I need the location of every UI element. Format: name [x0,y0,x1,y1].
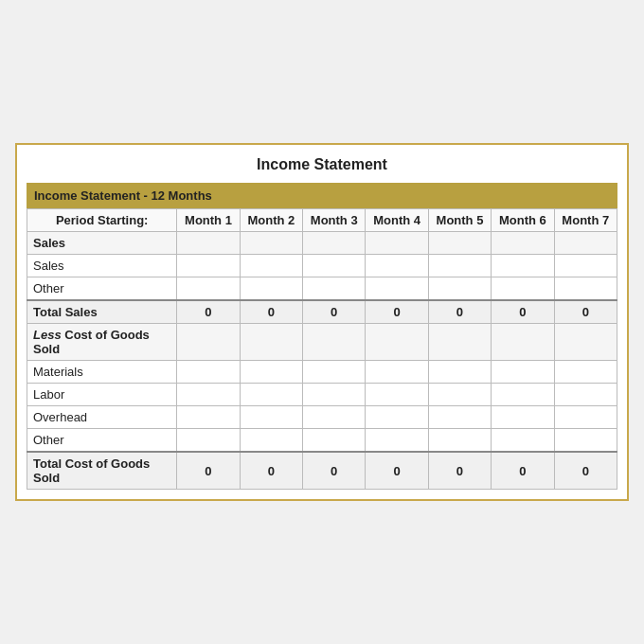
cogs-other-m1[interactable] [177,429,240,453]
overhead-m5[interactable] [428,406,491,429]
cogs-header-m4 [366,324,428,361]
col-header-month7: Month 7 [554,209,617,232]
sales-section-label: Sales [27,232,177,255]
sales-other-m6[interactable] [492,277,554,301]
overhead-label: Overhead [27,406,177,429]
cogs-header-m1 [177,324,240,361]
col-header-month6: Month 6 [492,209,554,232]
labor-m1[interactable] [177,384,240,406]
labor-m3[interactable] [303,384,366,406]
table-row: Other [27,429,617,453]
cogs-other-m5[interactable] [428,429,491,453]
cogs-other-label: Other [27,429,177,453]
materials-m5[interactable] [428,361,491,384]
materials-m4[interactable] [366,361,428,384]
sales-row-m3[interactable] [303,255,366,277]
overhead-m6[interactable] [492,406,554,429]
table-row: Overhead [27,406,617,429]
cogs-other-m3[interactable] [303,429,366,453]
total-sales-m7: 0 [554,300,617,324]
total-cogs-label: Total Cost of Goods Sold [27,452,177,490]
total-sales-m2: 0 [240,300,302,324]
labor-m2[interactable] [240,384,302,406]
labor-label: Labor [27,384,177,406]
cogs-header-m3 [303,324,366,361]
total-sales-row: Total Sales 0 0 0 0 0 0 0 [27,300,617,324]
sales-row-m7[interactable] [554,255,617,277]
sales-header-m3 [303,232,366,255]
sales-row-m1[interactable] [177,255,240,277]
sales-other-m2[interactable] [240,277,302,301]
sales-other-m7[interactable] [554,277,617,301]
col-header-month1: Month 1 [177,209,240,232]
income-statement-table: Period Starting: Month 1 Month 2 Month 3… [27,208,617,490]
page-wrapper: Income Statement Income Statement - 12 M… [15,143,629,501]
total-cogs-m1: 0 [177,452,240,490]
total-sales-label: Total Sales [27,300,177,324]
cogs-header-m2 [240,324,302,361]
cogs-italic-label: Less [33,328,62,342]
overhead-m7[interactable] [554,406,617,429]
sales-row-m4[interactable] [366,255,428,277]
materials-m6[interactable] [492,361,554,384]
col-header-month2: Month 2 [240,209,302,232]
page-title: Income Statement [27,156,617,173]
sales-row-m2[interactable] [240,255,302,277]
cogs-header-m7 [554,324,617,361]
sales-row-label: Sales [27,255,177,277]
sales-other-m4[interactable] [366,277,428,301]
sales-header-m6 [492,232,554,255]
sales-other-m5[interactable] [428,277,491,301]
labor-m5[interactable] [428,384,491,406]
sales-row-m5[interactable] [428,255,491,277]
cogs-other-m2[interactable] [240,429,302,453]
cogs-other-m6[interactable] [492,429,554,453]
overhead-m3[interactable] [303,406,366,429]
sales-header-m4 [366,232,428,255]
cogs-other-m4[interactable] [366,429,428,453]
total-cogs-m3: 0 [303,452,366,490]
total-cogs-row: Total Cost of Goods Sold 0 0 0 0 0 0 0 [27,452,617,490]
materials-m7[interactable] [554,361,617,384]
materials-m3[interactable] [303,361,366,384]
table-row: Sales [27,255,617,277]
total-sales-m3: 0 [303,300,366,324]
sales-other-m3[interactable] [303,277,366,301]
sales-row-m6[interactable] [492,255,554,277]
sales-other-m1[interactable] [177,277,240,301]
sales-header-m1 [177,232,240,255]
materials-m2[interactable] [240,361,302,384]
sales-header-m7 [554,232,617,255]
materials-label: Materials [27,361,177,384]
total-cogs-m2: 0 [240,452,302,490]
total-sales-m6: 0 [492,300,554,324]
total-cogs-m5: 0 [428,452,491,490]
col-header-period: Period Starting: [27,209,177,232]
cogs-header-m6 [492,324,554,361]
overhead-m4[interactable] [366,406,428,429]
total-cogs-m7: 0 [554,452,617,490]
col-header-month3: Month 3 [303,209,366,232]
overhead-m1[interactable] [177,406,240,429]
cogs-section-header-row: Less Cost of Goods Sold [27,324,617,361]
materials-m1[interactable] [177,361,240,384]
section-header: Income Statement - 12 Months [27,183,617,208]
total-sales-m5: 0 [428,300,491,324]
labor-m7[interactable] [554,384,617,406]
table-row: Materials [27,361,617,384]
total-sales-m1: 0 [177,300,240,324]
cogs-other-m7[interactable] [554,429,617,453]
cogs-section-label: Less Cost of Goods Sold [27,324,177,361]
total-cogs-m6: 0 [492,452,554,490]
overhead-m2[interactable] [240,406,302,429]
table-row: Other [27,277,617,301]
sales-other-label: Other [27,277,177,301]
col-header-month5: Month 5 [428,209,491,232]
labor-m4[interactable] [366,384,428,406]
sales-section-header-row: Sales [27,232,617,255]
total-cogs-m4: 0 [366,452,428,490]
cogs-header-m5 [428,324,491,361]
labor-m6[interactable] [492,384,554,406]
sales-header-m5 [428,232,491,255]
col-header-month4: Month 4 [366,209,428,232]
